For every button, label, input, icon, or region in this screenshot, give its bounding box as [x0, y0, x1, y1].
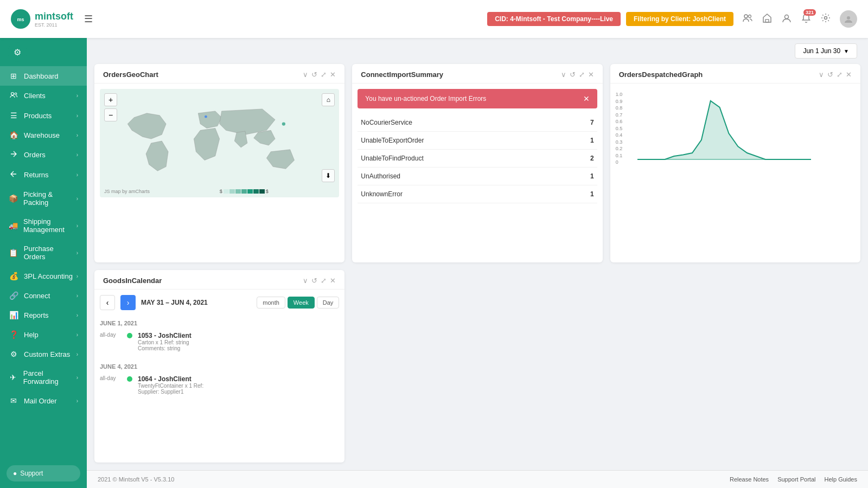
notifications-icon-btn[interactable]: 321: [801, 12, 812, 26]
calendar-date-range: MAY 31 – JUN 4, 2021: [141, 299, 251, 306]
sidebar-item-parcel-forwarding[interactable]: ✈ Parcel Forwarding ›: [0, 364, 87, 391]
error-banner-close-btn[interactable]: ✕: [583, 94, 590, 103]
calendar-event-item[interactable]: all-day 1064 - JoshClient TwentyFtContai…: [100, 372, 339, 398]
support-button[interactable]: ● Support: [7, 465, 80, 481]
event-subtitle-1: Carton x 1 Ref: string: [138, 339, 339, 345]
footer-link[interactable]: Help Guides: [824, 476, 857, 483]
reports-icon: 📊: [9, 311, 18, 319]
connect-import-close-btn[interactable]: ✕: [588, 70, 594, 79]
support-icon: ●: [13, 470, 17, 477]
logo-text: mintsoft EST. 2011: [35, 11, 73, 28]
sidebar-item-label: Mail Order: [24, 397, 57, 405]
sidebar-item-dashboard[interactable]: ⊞ Dashboard: [0, 66, 87, 86]
sidebar-item-returns[interactable]: Returns ›: [0, 165, 87, 185]
map-zoom-in-button[interactable]: +: [104, 93, 117, 106]
calendar-day-view-btn[interactable]: Day: [317, 297, 340, 309]
error-banner: You have un-actioned Order Import Errors…: [358, 89, 597, 108]
sidebar-item-clients[interactable]: Clients ›: [0, 86, 87, 106]
calendar-refresh-btn[interactable]: ↺: [311, 277, 317, 285]
sidebar-item-label: Clients: [24, 92, 46, 100]
sidebar-item-picking-packing[interactable]: 📦 Picking & Packing ›: [0, 185, 87, 212]
chevron-icon: ›: [76, 293, 78, 299]
calendar-title: GoodsInCalendar: [103, 277, 162, 285]
sidebar-item-products[interactable]: ☰ Products ›: [0, 106, 87, 125]
orders-graph-collapse-btn[interactable]: ∨: [819, 70, 824, 79]
calendar-event-item[interactable]: all-day 1053 - JoshClient Carton x 1 Ref…: [100, 329, 339, 355]
content-area: Jun 1 Jun 30 ▼ OrdersGeoChart ∨ ↺ ⤢ ✕: [87, 38, 868, 488]
map-zoom-out-button[interactable]: −: [104, 108, 117, 121]
sidebar-item-warehouse[interactable]: 🏠 Warehouse ›: [0, 125, 87, 145]
footer-copyright: 2021 © Mintsoft V5 - V5.3.10: [98, 476, 174, 483]
sidebar-item-shipping[interactable]: 🚚 Shipping Management ›: [0, 212, 87, 239]
import-error-label: UnknownError: [358, 185, 566, 203]
calendar-day-header: JUNE 1, 2021: [100, 317, 339, 329]
chevron-icon: ›: [76, 152, 78, 158]
map-legend-min: $: [220, 189, 222, 194]
sidebar-item-label: Shipping Management: [23, 217, 76, 234]
footer-link[interactable]: Release Notes: [730, 476, 769, 483]
event-title: 1053 - JoshClient: [138, 332, 339, 339]
calendar-nav: ‹ › MAY 31 – JUN 4, 2021 month Week Day: [100, 295, 339, 310]
user-icon-btn[interactable]: [781, 12, 792, 26]
event-dot-icon: [127, 333, 132, 338]
calendar-next-button[interactable]: ›: [120, 295, 136, 310]
sidebar-item-label: Custom Extras: [24, 350, 70, 358]
date-range-button[interactable]: Jun 1 Jun 30 ▼: [795, 43, 857, 59]
dashboard-icon: ⊞: [9, 72, 18, 80]
geo-chart-close-btn[interactable]: ✕: [330, 70, 336, 79]
home-icon-btn[interactable]: [762, 12, 773, 26]
sidebar-item-help[interactable]: ❓ Help ›: [0, 325, 87, 344]
import-error-row[interactable]: NoCourierService7: [358, 114, 597, 132]
orders-graph-expand-btn[interactable]: ⤢: [837, 70, 843, 79]
settings-gear-button[interactable]: ⚙: [8, 42, 27, 62]
import-error-row[interactable]: UnableToFindProduct2: [358, 150, 597, 168]
clients-icon-btn[interactable]: [742, 12, 753, 26]
svg-point-6: [825, 16, 827, 19]
topbar: ms mintsoft EST. 2011 ☰ CID: 4-Mintsoft …: [0, 0, 868, 38]
orders-graph-close-btn[interactable]: ✕: [846, 70, 852, 79]
orders-graph-body: 1.00.90.80.70.60.50.40.30.20.10: [610, 84, 860, 262]
import-error-row[interactable]: UnAuthorised1: [358, 168, 597, 185]
footer-link[interactable]: Support Portal: [777, 476, 815, 483]
user-avatar[interactable]: [840, 10, 857, 28]
connect-import-collapse-btn[interactable]: ∨: [561, 70, 566, 79]
chevron-icon: ›: [76, 375, 78, 381]
geo-chart-actions: ∨ ↺ ⤢ ✕: [303, 70, 336, 79]
footer: 2021 © Mintsoft V5 - V5.3.10 Release Not…: [87, 470, 868, 488]
import-error-row[interactable]: UnknownError1: [358, 185, 597, 203]
geo-chart-refresh-btn[interactable]: ↺: [311, 70, 317, 79]
calendar-expand-btn[interactable]: ⤢: [321, 277, 327, 285]
import-error-row[interactable]: UnableToExportOrder1: [358, 132, 597, 150]
event-time-label: all-day: [100, 332, 122, 338]
calendar-collapse-btn[interactable]: ∨: [303, 277, 308, 285]
connect-import-expand-btn[interactable]: ⤢: [579, 70, 585, 79]
chevron-icon: ›: [76, 273, 78, 279]
svg-point-5: [785, 15, 789, 18]
sidebar-item-orders[interactable]: Orders ›: [0, 145, 87, 165]
calendar-close-btn[interactable]: ✕: [330, 277, 336, 285]
geo-chart-collapse-btn[interactable]: ∨: [303, 70, 308, 79]
sidebar-item-custom-extras[interactable]: ⚙ Custom Extras ›: [0, 344, 87, 364]
import-error-value: 7: [566, 114, 597, 132]
sidebar-item-connect[interactable]: 🔗 Connect ›: [0, 286, 87, 305]
sidebar-item-mail-order[interactable]: ✉ Mail Order ›: [0, 391, 87, 410]
import-error-value: 1: [566, 132, 597, 150]
map-download-button[interactable]: ⬇: [322, 169, 335, 182]
map-home-button[interactable]: ⌂: [322, 93, 335, 106]
sidebar-item-label: Orders: [24, 151, 46, 159]
connect-import-refresh-btn[interactable]: ↺: [570, 70, 576, 79]
orders-graph-refresh-btn[interactable]: ↺: [827, 70, 833, 79]
connect-import-title: ConnectImportSummary: [361, 70, 443, 79]
hamburger-button[interactable]: ☰: [84, 13, 93, 25]
settings-icon-btn[interactable]: [820, 12, 831, 26]
returns-icon: [9, 170, 18, 179]
calendar-prev-button[interactable]: ‹: [100, 295, 115, 310]
accounting-icon: 💰: [9, 272, 18, 280]
import-error-label: UnableToFindProduct: [358, 150, 566, 168]
calendar-month-view-btn[interactable]: month: [257, 297, 285, 309]
sidebar-item-reports[interactable]: 📊 Reports ›: [0, 305, 87, 325]
sidebar-item-3pl-accounting[interactable]: 💰 3PL Accounting ›: [0, 266, 87, 286]
geo-chart-expand-btn[interactable]: ⤢: [321, 70, 327, 79]
sidebar-item-purchase-orders[interactable]: 📋 Purchase Orders ›: [0, 239, 87, 266]
calendar-week-view-btn[interactable]: Week: [288, 297, 315, 309]
